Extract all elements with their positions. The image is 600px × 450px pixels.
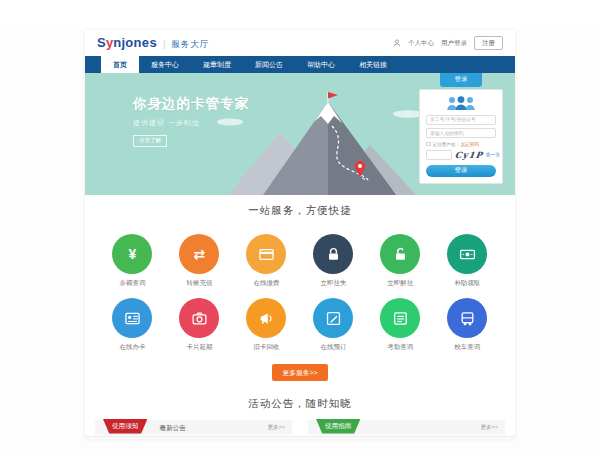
login-form: 记住用户名 | 忘记密码 Cy1P 换一张 登录 [419, 89, 503, 184]
remember-row: 记住用户名 | 忘记密码 [426, 142, 496, 147]
hero-banner: 你身边的卡管专家 提供捷径 一步到位 点击了解 [85, 73, 515, 195]
logo[interactable]: Synjones | 服务大厅 [97, 35, 209, 51]
more-services-button[interactable]: 更多服务>> [272, 364, 327, 381]
service-card-extension[interactable]: 卡片延期 [166, 298, 233, 352]
password-input[interactable] [426, 128, 496, 138]
user-icon [393, 39, 401, 47]
remember-checkbox[interactable] [426, 142, 431, 147]
nav-item-service-center[interactable]: 服务中心 [139, 56, 191, 73]
banknote-icon [459, 246, 476, 263]
yen-icon: ¥ [129, 247, 137, 261]
announcement-panel-right: 使用指南 更多>> [308, 420, 505, 435]
nav-item-news[interactable]: 新闻公告 [243, 56, 295, 73]
tab-usage-guide[interactable]: 使用指南 [316, 419, 360, 434]
service-circle [112, 298, 152, 338]
panel-tab-bar: 使用须知 最新公告 更多>> [95, 420, 292, 435]
service-attendance-query[interactable]: 考勤查询 [367, 298, 434, 352]
services-grid: ¥ 余额查询 ⇄ 转账充值 [85, 224, 515, 352]
service-apply-card[interactable]: 在线办卡 [99, 298, 166, 352]
site-header: Synjones | 服务大厅 个人中心 用户登录 注册 [85, 30, 515, 56]
captcha-row: Cy1P 换一张 [426, 150, 496, 160]
unlock-icon [392, 246, 409, 263]
service-report-loss[interactable]: 立即挂失 [300, 234, 367, 288]
login-panel: 登录 记住用户名 [419, 73, 503, 184]
service-circle [447, 234, 487, 274]
announcement-panel-left: 使用须知 最新公告 更多>> [95, 420, 292, 435]
service-circle [179, 298, 219, 338]
change-captcha-link[interactable]: 换一张 [486, 152, 500, 157]
login-submit-button[interactable]: 登录 [426, 165, 496, 177]
service-label: 补助领取 [454, 279, 480, 288]
header-right: 个人中心 用户登录 注册 [393, 36, 503, 50]
nav-item-home[interactable]: 首页 [101, 56, 139, 73]
remember-label: 记住用户名 [433, 142, 456, 147]
hero-subtitle: 提供捷径 一步到位 [133, 118, 249, 128]
logo-accent: y [106, 35, 113, 50]
announcements-section: 活动公告，随时知晓 使用须知 最新公告 更多>> 使用指南 更多>> [85, 397, 515, 439]
service-online-booking[interactable]: 在线预订 [300, 298, 367, 352]
service-label: 校车查询 [454, 343, 480, 352]
nav-item-links[interactable]: 相关链接 [347, 56, 399, 73]
service-label: 卡片延期 [186, 343, 212, 352]
service-label: 立即挂失 [320, 279, 346, 288]
service-card-recycle[interactable]: 旧卡回收 [233, 298, 300, 352]
service-school-bus-query[interactable]: 校车查询 [434, 298, 501, 352]
service-label: 余额查询 [119, 279, 145, 288]
service-circle [246, 298, 286, 338]
service-unfreeze[interactable]: 立即解挂 [367, 234, 434, 288]
site-name: 服务大厅 [171, 39, 209, 51]
service-circle: ⇄ [179, 234, 219, 274]
page-canvas: Synjones | 服务大厅 个人中心 用户登录 注册 首页 服务中心 规章制… [0, 30, 600, 450]
service-transfer-recharge[interactable]: ⇄ 转账充值 [166, 234, 233, 288]
logo-divider: | [163, 39, 165, 49]
captcha-image[interactable]: Cy1P [454, 150, 483, 160]
main-nav: 首页 服务中心 规章制度 新闻公告 帮助中心 相关链接 [85, 56, 515, 73]
service-online-payment[interactable]: 在线缴费 [233, 234, 300, 288]
register-button[interactable]: 注册 [474, 36, 503, 50]
service-circle [246, 234, 286, 274]
hero-title: 你身边的卡管专家 [133, 95, 249, 113]
nav-item-rules[interactable]: 规章制度 [191, 56, 243, 73]
service-label: 在线预订 [320, 343, 346, 352]
remember-divider: | [457, 142, 458, 147]
edit-icon [325, 310, 342, 327]
hero-cta-button[interactable]: 点击了解 [133, 135, 167, 147]
service-label: 在线缴费 [253, 279, 279, 288]
logo-text-1: S [97, 35, 106, 50]
login-tab[interactable]: 登录 [440, 73, 482, 87]
nav-item-help[interactable]: 帮助中心 [295, 56, 347, 73]
service-label: 考勤查询 [387, 343, 413, 352]
service-balance-query[interactable]: ¥ 余额查询 [99, 234, 166, 288]
site-page: Synjones | 服务大厅 个人中心 用户登录 注册 首页 服务中心 规章制… [85, 30, 515, 439]
card-apply-icon [124, 310, 141, 327]
service-circle [380, 298, 420, 338]
tab-latest-news[interactable]: 最新公告 [159, 420, 185, 435]
tab-usage-notice[interactable]: 使用须知 [103, 419, 147, 434]
service-circle [313, 234, 353, 274]
service-circle [380, 234, 420, 274]
username-input[interactable] [426, 115, 496, 125]
more-guides-link[interactable]: 更多>> [481, 420, 498, 435]
service-label: 转账充值 [186, 279, 212, 288]
announcement-panels: 使用须知 最新公告 更多>> 使用指南 更多>> [85, 420, 515, 435]
captcha-input[interactable] [426, 150, 452, 160]
transfer-icon: ⇄ [194, 247, 206, 261]
service-label: 旧卡回收 [253, 343, 279, 352]
services-title: 一站服务，方便快捷 [85, 204, 515, 218]
page-cutoff [85, 436, 515, 439]
list-icon [392, 310, 409, 327]
service-circle [447, 298, 487, 338]
service-circle: ¥ [112, 234, 152, 274]
panel-tab-bar: 使用指南 更多>> [308, 420, 505, 435]
personal-center-link[interactable]: 个人中心 [408, 39, 434, 48]
bus-icon [459, 310, 476, 327]
service-subsidy[interactable]: 补助领取 [434, 234, 501, 288]
card-pay-icon [258, 246, 275, 263]
more-announcements-link[interactable]: 更多>> [268, 420, 285, 435]
users-group-icon [445, 96, 477, 111]
service-label: 在线办卡 [119, 343, 145, 352]
announcements-title: 活动公告，随时知晓 [85, 397, 515, 411]
service-label: 立即解挂 [387, 279, 413, 288]
forgot-password-link[interactable]: 忘记密码 [461, 142, 479, 147]
user-login-link[interactable]: 用户登录 [441, 39, 467, 48]
